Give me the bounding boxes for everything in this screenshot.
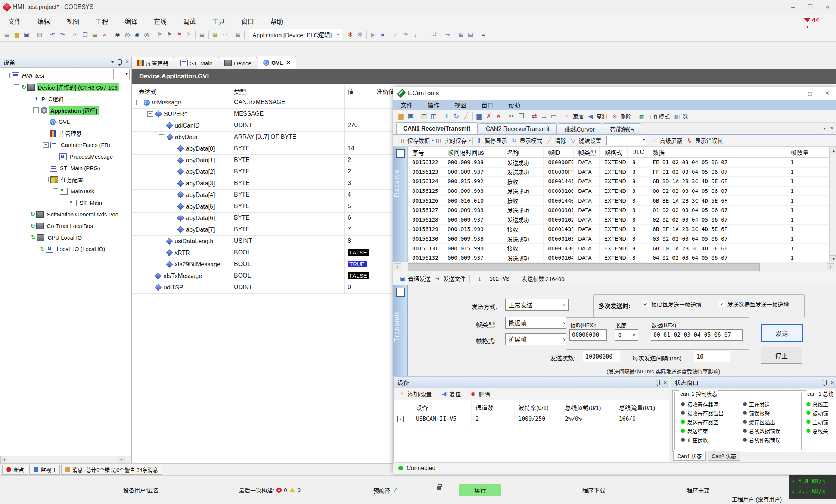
tree-item-caninterfaces-fb-[interactable]: −CanInterFaces (FB): [43, 139, 111, 151]
ecan-menu-2[interactable]: 视图: [447, 100, 474, 109]
list-toolbar-0[interactable]: ◫保存数据▾: [397, 136, 434, 145]
watch-column-2[interactable]: 值: [348, 87, 354, 96]
tree-item-st-main[interactable]: ST_Main: [62, 197, 103, 209]
frame-row-00156129[interactable]: 00156129000.015.999接收0000143FDATAEXTENDE…: [408, 225, 829, 234]
frame-row-00156123[interactable]: 00156123000.009.937发送成功000000FFDATAEXTEN…: [408, 168, 829, 177]
frame-table-vscrollbar[interactable]: ▴ ▾: [829, 147, 836, 262]
chevron-down-icon[interactable]: ▾: [109, 58, 116, 66]
chevron-down-icon[interactable]: ▾: [469, 138, 471, 143]
replace-next-icon[interactable]: ◎: [142, 30, 151, 39]
build-dropdown-icon[interactable]: ▦: [211, 30, 220, 39]
scroll-up-icon[interactable]: ▴: [830, 147, 836, 154]
pin-icon[interactable]: [116, 58, 124, 66]
delete-icon[interactable]: ×: [100, 30, 109, 39]
frame-row-00156131[interactable]: 00156131000.015.990接收0000143EDATAEXTENDE…: [408, 244, 829, 253]
open-folder-icon[interactable]: ▆: [397, 112, 405, 121]
data-hex-input[interactable]: 00 01 02 03 04 05 06 07: [651, 329, 743, 341]
ecan-toolbar-button-3[interactable]: ▦工作模式: [637, 112, 672, 121]
filter-icon[interactable]: ▽: [569, 136, 578, 145]
frame-type-select[interactable]: 数据帧∨: [505, 317, 569, 329]
flow-grid-icon[interactable]: ▦: [456, 30, 465, 39]
device-column-3[interactable]: 总线负载(0/1): [561, 402, 615, 413]
window-min-icon[interactable]: ▭: [549, 112, 558, 121]
frame-column-8[interactable]: 帧数量: [786, 147, 829, 157]
menu-1[interactable]: 编辑: [29, 16, 58, 26]
ecan-device-table-row[interactable]: ✓USBCAN-II-V521000/2502%/0%166/0: [394, 413, 669, 425]
menu-6[interactable]: 调试: [175, 16, 204, 26]
send-mode-select[interactable]: 正常发送∨: [505, 299, 569, 311]
ecan-toolbar-button-1[interactable]: ◀复制: [586, 112, 610, 121]
lightning-icon[interactable]: ⚡: [398, 389, 407, 398]
calendar-icon[interactable]: ▦: [233, 30, 242, 39]
status-tab-0[interactable]: Can1 状态: [673, 451, 706, 461]
db-save-down-icon[interactable]: ◫: [429, 112, 438, 121]
device-enabled-checkbox[interactable]: ✓: [397, 416, 404, 422]
list-toolbar-9[interactable]: ↯显示错误帧: [684, 136, 725, 145]
find-icon[interactable]: ◉: [113, 30, 122, 39]
device-column-4[interactable]: 总线流量(0/1): [615, 402, 669, 413]
broom-icon[interactable]: ╱: [461, 112, 470, 121]
tree-item--[interactable]: −任务配置: [43, 174, 84, 185]
menu-5[interactable]: 在线: [146, 16, 175, 26]
ecan-menu-0[interactable]: 文件: [393, 100, 420, 109]
close-icon[interactable]: ✕: [828, 125, 836, 132]
pause-icon[interactable]: ‖: [442, 112, 451, 121]
menu-4[interactable]: 编译: [116, 16, 146, 26]
bottom-tab-0[interactable]: 断点: [2, 465, 28, 475]
bottom-tab-1[interactable]: 监视 1: [29, 465, 60, 475]
menu-7[interactable]: 工具: [204, 16, 233, 26]
expander-icon[interactable]: −: [43, 142, 49, 148]
copy-icon[interactable]: ❐: [81, 30, 90, 39]
print-icon[interactable]: ▥: [35, 30, 44, 39]
close-icon[interactable]: ✕: [286, 59, 291, 66]
frame-column-5[interactable]: 帧格式: [600, 147, 628, 157]
editor-tab-gvl[interactable]: GVL✕: [258, 56, 296, 69]
transmit-checkbox[interactable]: [396, 288, 405, 297]
menu-0[interactable]: 文件: [0, 16, 29, 26]
scroll-right-icon[interactable]: ›: [827, 263, 834, 270]
id-increment-checkbox[interactable]: ✓帧ID每发送一帧递增: [643, 300, 702, 308]
data-grid-icon[interactable]: ▥: [672, 112, 681, 121]
frame-column-2[interactable]: 名称: [503, 147, 544, 157]
tree-item-maintask[interactable]: −MainTask: [53, 185, 95, 197]
ecan-menu-1[interactable]: 操作: [420, 100, 447, 109]
frame-column-4[interactable]: 帧类型: [574, 147, 600, 157]
bottom-tab-2[interactable]: 消息 -总计0个错误,0个警告,34条消息: [61, 465, 162, 475]
frame-id-input[interactable]: 00000000: [569, 329, 607, 341]
db-save-down-icon[interactable]: ◫: [434, 136, 443, 145]
data-increment-checkbox[interactable]: ✓发送数据每发送一帧递增: [719, 300, 789, 308]
normal-send-button[interactable]: 普通发送: [408, 275, 431, 282]
stop-button[interactable]: 停止: [761, 347, 802, 364]
new-object-icon[interactable]: ▱: [220, 30, 229, 39]
editor-tab-device[interactable]: Device: [219, 57, 257, 69]
list-toolbar-6[interactable]: ▽滤波设置: [568, 136, 603, 145]
rewind-icon[interactable]: ◀: [439, 389, 448, 398]
step-return-icon[interactable]: ↺: [430, 30, 439, 39]
device-panel-button-1[interactable]: ◀复位: [439, 389, 463, 398]
delete-red-icon[interactable]: ⊗: [610, 112, 619, 121]
frame-row-00156122[interactable]: 00156122000.009.938发送成功000000FEDATAEXTEN…: [408, 158, 829, 168]
menu-9[interactable]: 帮助: [262, 16, 291, 26]
wrench-icon[interactable]: ⌐: [391, 30, 400, 39]
ecan-minimize-button[interactable]: ─: [784, 88, 801, 99]
ecan-maximize-button[interactable]: □: [801, 88, 818, 99]
device-column-1[interactable]: 通道数: [472, 402, 515, 413]
expander-icon[interactable]: −: [4, 73, 10, 78]
active-application-selector[interactable]: Application [Device: PLC逻辑]▾: [249, 29, 342, 40]
menu-3[interactable]: 工程: [87, 16, 116, 26]
tree-item-st-main-prg-[interactable]: ST_Main (PRG): [43, 162, 101, 174]
frame-column-6[interactable]: DLC: [628, 147, 648, 157]
send-times-input[interactable]: 10000000: [583, 351, 620, 362]
tree-item-gvl[interactable]: GVL: [43, 116, 71, 128]
minimize-button[interactable]: ─: [784, 1, 802, 13]
ecan-tab--curver[interactable]: 曲线Curver: [558, 123, 602, 134]
list-toolbar-4[interactable]: ↻显示模式: [509, 136, 544, 145]
device-panel-button-2[interactable]: ⊗删除: [468, 389, 492, 398]
refresh-icon[interactable]: ↻: [510, 136, 519, 145]
bookmark-prev-icon[interactable]: ⚑: [155, 30, 164, 39]
ecan-toolbar-button-0[interactable]: ⚡添加: [562, 112, 586, 121]
ecan-close-button[interactable]: ✕: [818, 88, 836, 99]
bookmark-toggle-icon[interactable]: ⚑: [175, 30, 184, 39]
frame-row-00156130[interactable]: 00156130000.009.938发送成功00000103DATAEXTEN…: [408, 234, 829, 244]
watch-column-1[interactable]: 类型: [234, 87, 246, 96]
